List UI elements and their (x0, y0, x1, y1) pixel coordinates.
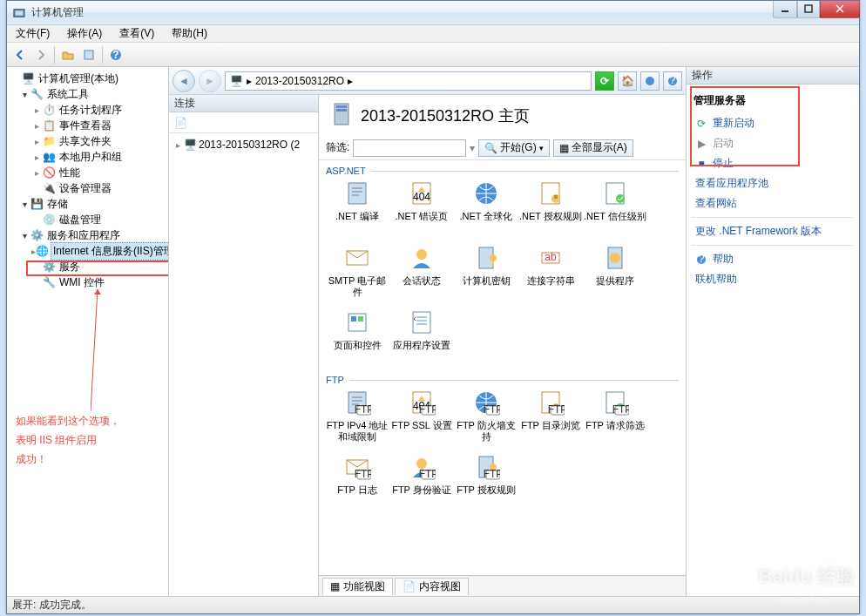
menu-file[interactable]: 文件(F) (10, 24, 55, 43)
tree-iis[interactable]: 🌐Internet 信息服务(IIS)管理器 (7, 243, 168, 259)
tab-features-view[interactable]: ▦功能视图 (322, 578, 393, 595)
forward-button[interactable] (31, 45, 51, 64)
menu-help[interactable]: 帮助(H) (166, 24, 213, 43)
svg-text:FTP: FTP (419, 403, 436, 416)
svg-text:?: ? (699, 254, 705, 265)
close-button[interactable] (820, 1, 860, 18)
annotation-text: 如果能看到这个选项， 表明 IIS 组件启用 成功！ (16, 411, 120, 469)
feature-item[interactable]: 页面和控件 (326, 307, 389, 369)
maximize-button[interactable] (797, 1, 820, 18)
feature-item[interactable]: .NET 授权规则 (519, 178, 582, 240)
action-online-help[interactable]: 联机帮助 (692, 269, 854, 289)
features-icon: ▦ (330, 580, 340, 592)
tree-item[interactable]: 📁共享文件夹 (7, 133, 168, 149)
tree-system-tools[interactable]: 🔧系统工具 (7, 86, 168, 102)
nav-forward-button[interactable]: ► (199, 70, 221, 92)
feature-item[interactable]: FTPFTP 授权规则 (455, 451, 518, 514)
features-list[interactable]: ASP.NET .NET 编译404.NET 错误页.NET 全球化.NET 授… (319, 160, 686, 575)
nav-back-button[interactable]: ◄ (173, 70, 195, 92)
svg-text:?: ? (670, 76, 676, 86)
tree-root[interactable]: 🖥️计算机管理(本地) (7, 71, 168, 86)
feature-item[interactable]: 计算机密钥 (455, 242, 518, 305)
action-start[interactable]: ▶启动 (692, 133, 854, 153)
svg-point-25 (616, 194, 625, 203)
feature-item[interactable]: .NET 全球化 (455, 178, 518, 240)
tab-content-view[interactable]: 📄内容视图 (395, 578, 469, 595)
tree-item[interactable]: 📋事件查看器 (7, 118, 168, 133)
connection-server[interactable]: 🖥️2013-20150312RO (2 (173, 137, 315, 152)
addr-help-button[interactable]: ? (663, 71, 682, 91)
feature-item[interactable]: 应用程序设置 (390, 307, 453, 369)
breadcrumb[interactable]: 🖥️ ▸ 2013-20150312RO ▸ (225, 71, 592, 91)
feature-item[interactable]: 404.NET 错误页 (390, 178, 453, 240)
tree-item[interactable]: 🚫性能 (7, 165, 168, 180)
action-netfx[interactable]: 更改 .NET Framework 版本 (692, 221, 854, 241)
action-help[interactable]: ?帮助 (692, 249, 854, 269)
statusbar: 展开: 成功完成。 (7, 596, 859, 613)
action-sites[interactable]: 查看网站 (692, 193, 854, 213)
tree-item[interactable]: 💿磁盘管理 (7, 212, 168, 227)
feature-item[interactable]: 404FTPFTP SSL 设置 (390, 387, 453, 450)
feature-item[interactable]: 会话状态 (390, 242, 453, 305)
tree-storage[interactable]: 💾存储 (7, 196, 168, 212)
go-button[interactable]: 🔍开始(G)▾ (478, 139, 549, 157)
feature-item[interactable]: FTPFTP 目录浏览 (519, 387, 582, 450)
feature-label: FTP IPv4 地址和域限制 (326, 420, 389, 443)
feature-item[interactable]: FTPFTP 防火墙支持 (455, 387, 518, 450)
showall-button[interactable]: ▦全部显示(A) (553, 139, 633, 157)
feature-item[interactable]: SMTP 电子邮件 (326, 242, 389, 305)
info-button[interactable] (640, 71, 660, 91)
feature-label: .NET 全球化 (460, 211, 513, 222)
feature-item[interactable]: FTPFTP IPv4 地址和域限制 (326, 387, 389, 450)
feature-icon: FTP (601, 389, 629, 416)
svg-text:ab: ab (545, 251, 557, 263)
menu-view[interactable]: 查看(V) (114, 24, 159, 43)
grid-icon: ▦ (559, 142, 569, 154)
home-button[interactable]: 🏠 (618, 71, 637, 91)
feature-item[interactable]: .NET 信任级别 (584, 178, 646, 240)
tree-item[interactable]: 🔧WMI 控件 (7, 274, 168, 290)
feature-label: FTP 目录浏览 (521, 420, 580, 431)
help-button[interactable]: ? (106, 45, 125, 64)
feature-label: 页面和控件 (334, 340, 382, 351)
tree-item[interactable]: ⚙️服务 (7, 259, 168, 274)
feature-item[interactable]: ab连接字符串 (519, 242, 582, 305)
refresh-button[interactable]: ⟳ (595, 71, 614, 91)
group-ftp: FTP (326, 375, 679, 385)
svg-rect-23 (554, 195, 558, 199)
menu-action[interactable]: 操作(A) (62, 24, 107, 43)
content-icon: 📄 (403, 580, 416, 592)
feature-label: 应用程序设置 (393, 340, 450, 351)
svg-rect-1 (16, 10, 24, 15)
back-button[interactable] (10, 45, 30, 64)
action-apppools[interactable]: 查看应用程序池 (692, 173, 854, 193)
filter-input[interactable] (353, 139, 466, 157)
feature-item[interactable]: FTPFTP 日志 (326, 451, 389, 514)
svg-text:FTP: FTP (355, 403, 371, 416)
properties-button[interactable] (79, 45, 98, 64)
feature-icon: FTP (537, 389, 565, 416)
minimize-button[interactable] (773, 1, 797, 18)
feature-item[interactable]: FTPFTP 身份验证 (390, 451, 453, 514)
tree-item[interactable]: 🔌设备管理器 (7, 180, 168, 196)
svg-point-34 (610, 253, 620, 263)
feature-icon (472, 244, 500, 272)
feature-icon (408, 244, 436, 272)
feature-icon: FTP (343, 389, 371, 416)
svg-point-29 (490, 254, 497, 261)
app-icon (12, 6, 26, 20)
action-restart[interactable]: ⟳重新启动 (692, 113, 854, 133)
action-stop[interactable]: ■停止 (692, 153, 854, 173)
feature-item[interactable]: FTPFTP 请求筛选 (584, 387, 646, 450)
feature-item[interactable]: 提供程序 (584, 242, 646, 305)
feature-label: FTP 请求筛选 (585, 420, 645, 431)
svg-point-27 (416, 249, 427, 260)
tree-services-apps[interactable]: ⚙️服务和应用程序 (7, 227, 168, 243)
tree-item[interactable]: 👥本地用户和组 (7, 149, 168, 165)
feature-item[interactable]: .NET 编译 (326, 178, 389, 240)
svg-text:FTP: FTP (355, 468, 371, 480)
view-tabs: ▦功能视图 📄内容视图 (319, 575, 686, 596)
folder-button[interactable] (58, 45, 78, 64)
tree-item[interactable]: ⏱️任务计划程序 (7, 102, 168, 118)
breadcrumb-item[interactable]: 2013-20150312RO (255, 75, 344, 87)
